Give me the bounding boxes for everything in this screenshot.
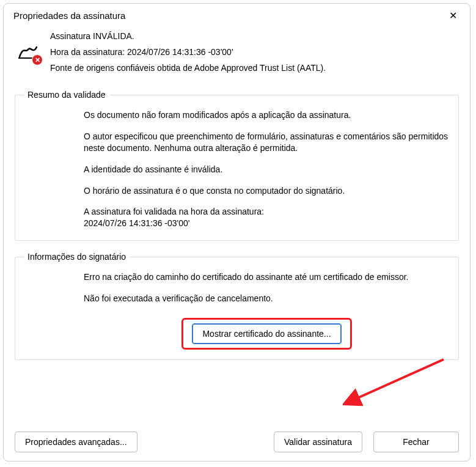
signer-info-group: Informações do signatário Erro na criaçã…: [15, 252, 459, 360]
validity-summary-body: Os documento não foram modificados após …: [24, 109, 450, 229]
signature-status: Assinatura INVÁLIDA.: [50, 31, 326, 41]
signer-cert-path-error: Erro na criação do caminho do certificad…: [84, 271, 450, 283]
dialog-title: Propriedades da assinatura: [13, 10, 125, 21]
signer-revocation-not-checked: Não foi executada a verificação de cance…: [84, 293, 450, 304]
validity-validated-at: A assinatura foi validada na hora da ass…: [84, 206, 450, 229]
validity-unmodified: Os documento não foram modificados após …: [84, 109, 450, 121]
signature-properties-dialog: Propriedades da assinatura ✕ ✕ Assinatur…: [3, 3, 471, 461]
error-x-icon: ✕: [32, 54, 43, 65]
close-button[interactable]: Fechar: [373, 432, 459, 452]
validity-author-permissions: O autor especificou que preenchimento de…: [84, 131, 450, 154]
trust-source: Fonte de origens confiáveis obtida de Ad…: [50, 63, 326, 73]
signer-info-body: Erro na criação do caminho do certificad…: [24, 271, 450, 351]
dialog-buttons: Propriedades avançadas... Validar assina…: [4, 432, 470, 461]
annotation-highlight-box: Mostrar certificado do assinante...: [181, 318, 351, 350]
signature-pen-icon: ✕: [17, 40, 39, 62]
validate-signature-button[interactable]: Validar assinatura: [274, 432, 362, 452]
validity-identity-invalid: A identidade do assinante é inválida.: [84, 164, 450, 175]
close-icon[interactable]: ✕: [445, 10, 460, 21]
validity-summary-legend: Resumo da validade: [24, 90, 109, 100]
show-signer-certificate-button[interactable]: Mostrar certificado do assinante...: [192, 323, 341, 344]
validity-clock-source: O horário de assinatura é o que consta n…: [84, 185, 450, 197]
dialog-content: ✕ Assinatura INVÁLIDA. Hora da assinatur…: [4, 28, 470, 432]
signer-info-legend: Informações do signatário: [24, 252, 130, 262]
signature-header: ✕ Assinatura INVÁLIDA. Hora da assinatur…: [15, 31, 459, 79]
signature-header-text: Assinatura INVÁLIDA. Hora da assinatura:…: [50, 31, 326, 79]
titlebar: Propriedades da assinatura ✕: [4, 4, 470, 28]
validity-summary-group: Resumo da validade Os documento não fora…: [15, 90, 459, 241]
advanced-properties-button[interactable]: Propriedades avançadas...: [15, 432, 137, 452]
signature-time: Hora da assinatura: 2024/07/26 14:31:36 …: [50, 47, 326, 57]
